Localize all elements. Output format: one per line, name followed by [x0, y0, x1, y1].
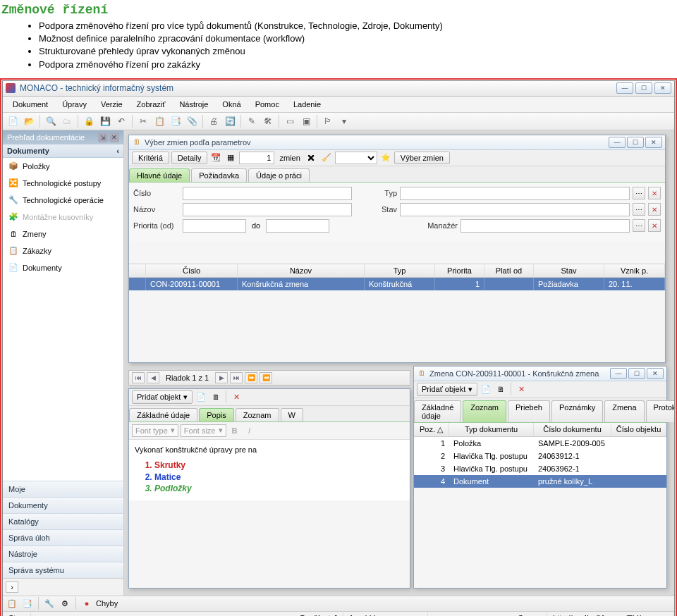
- accordion-katalogy[interactable]: Katalógy: [3, 513, 123, 529]
- editor-body[interactable]: Vykonať konštrukčné úpravy pre na Skrutk…: [129, 440, 410, 500]
- pridat-objekt-button[interactable]: Pridať objekt▾: [132, 390, 193, 404]
- star-icon[interactable]: ⭐: [379, 152, 392, 164]
- manazer-lookup-button[interactable]: ⋯: [633, 219, 645, 232]
- col-poz[interactable]: Poz. △: [414, 423, 449, 436]
- tab-zakladne-udaje[interactable]: Základné údaje: [414, 400, 461, 422]
- detaily-button[interactable]: Detaily: [171, 152, 208, 164]
- paste-special-icon[interactable]: 📎: [185, 114, 199, 128]
- accordion-moje[interactable]: Moje: [3, 481, 123, 497]
- cislo-input[interactable]: [183, 187, 352, 200]
- stav-clear-button[interactable]: ✕: [648, 203, 661, 216]
- vyber-zmien-button[interactable]: Výber zmien: [394, 152, 450, 164]
- tool1-icon[interactable]: ✎: [245, 114, 259, 128]
- search-icon[interactable]: 🔍: [44, 114, 58, 128]
- typ-lookup-button[interactable]: ⋯: [633, 187, 645, 199]
- status-icon2[interactable]: 📑: [21, 597, 34, 610]
- sidebar-item-dokumenty[interactable]: 📄Dokumenty: [3, 259, 123, 276]
- col-priorita[interactable]: Priorita: [435, 264, 484, 277]
- tool-icon2[interactable]: 🗎: [209, 390, 222, 403]
- tool-icon[interactable]: 📄: [195, 390, 207, 403]
- error-icon[interactable]: ●: [80, 597, 93, 610]
- status-icon4[interactable]: ⚙: [59, 597, 71, 610]
- tab-zoznam[interactable]: Zoznam: [236, 408, 279, 421]
- minimize-button[interactable]: —: [616, 82, 633, 94]
- tab-zakladne-udaje[interactable]: Základné údaje: [129, 408, 197, 421]
- win-close-button[interactable]: ✕: [647, 368, 664, 379]
- accordion-dokumenty[interactable]: Dokumenty: [3, 497, 123, 513]
- kriteria-button[interactable]: Kritériá: [132, 152, 169, 164]
- win-close-button[interactable]: ✕: [645, 137, 662, 148]
- remove-filter-icon[interactable]: 🗙: [305, 152, 318, 164]
- sidebar-pin-icon[interactable]: ⇲: [98, 133, 108, 142]
- col-stav[interactable]: Stav: [534, 264, 604, 277]
- col-blank[interactable]: [129, 264, 146, 277]
- sidebar-item-operacie[interactable]: 🔧Technologické operácie: [3, 192, 123, 209]
- tab-hlavne-udaje[interactable]: Hlavné údaje: [129, 168, 190, 182]
- paste-icon[interactable]: 📑: [169, 114, 183, 128]
- win-max-button[interactable]: ☐: [627, 137, 644, 148]
- col-cislo-objektu[interactable]: Číslo objektu: [611, 423, 666, 436]
- open-icon[interactable]: 📂: [22, 114, 36, 128]
- priorita-od-input[interactable]: [183, 219, 246, 233]
- save-icon[interactable]: 💾: [98, 114, 112, 128]
- stav-input[interactable]: [400, 203, 630, 216]
- delete-icon[interactable]: ✕: [515, 383, 527, 395]
- pager-first-button[interactable]: ⏮: [132, 372, 145, 383]
- font-type-combo[interactable]: Font type▾: [132, 424, 178, 437]
- sidebar-section-dokumenty[interactable]: Dokumenty ‹: [3, 144, 123, 158]
- collapse-icon[interactable]: ‹: [116, 147, 119, 155]
- filter-select[interactable]: [335, 152, 377, 164]
- menu-verzie[interactable]: Verzie: [94, 98, 130, 111]
- chyby-label[interactable]: Chyby: [96, 599, 118, 608]
- calendar-icon[interactable]: 📆: [209, 152, 222, 164]
- flag-icon[interactable]: 🏳: [321, 114, 335, 128]
- lock-icon[interactable]: 🔒: [82, 114, 96, 128]
- tab-priebeh[interactable]: Priebeh: [508, 400, 550, 422]
- tab-popis[interactable]: Popis: [199, 408, 234, 421]
- menu-dokument[interactable]: Dokument: [6, 98, 55, 111]
- typ-input[interactable]: [400, 187, 630, 200]
- pager-next-button[interactable]: ▶: [215, 372, 228, 383]
- window1-icon[interactable]: ▭: [283, 114, 297, 128]
- cut-icon[interactable]: ✂: [136, 114, 150, 128]
- close-button[interactable]: ✕: [654, 82, 671, 94]
- filter-icon[interactable]: 🗂: [60, 114, 74, 128]
- col-cislo-dokumentu[interactable]: Číslo dokumentu: [534, 423, 611, 436]
- priorita-do-input[interactable]: [266, 219, 329, 233]
- pager-fastfwd-button[interactable]: ⏩: [245, 372, 257, 383]
- sidebar-item-zmeny[interactable]: 🗓Zmeny: [3, 226, 123, 242]
- bold-button[interactable]: B: [228, 424, 241, 437]
- menu-zobrazit[interactable]: Zobraziť: [130, 98, 173, 111]
- tab-poziadavka[interactable]: Požiadavka: [191, 168, 247, 182]
- sidebar-expand-button[interactable]: ›: [6, 581, 18, 593]
- col-cislo[interactable]: Číslo: [146, 264, 238, 277]
- grid-row-selected[interactable]: CON-200911-00001 Konšrukčná zmena Konštr…: [129, 278, 665, 290]
- col-plati-od[interactable]: Platí od: [484, 264, 534, 277]
- col-nazov[interactable]: Názov: [238, 264, 365, 277]
- menu-okna[interactable]: Okná: [215, 98, 248, 111]
- pager-rewind-button[interactable]: ⏪: [260, 372, 272, 383]
- tab-protokol[interactable]: Protokol: [646, 400, 674, 422]
- grid-icon[interactable]: ▦: [224, 152, 237, 164]
- tab-zmena[interactable]: Zmena: [604, 400, 644, 422]
- window2-icon[interactable]: ▣: [299, 114, 313, 128]
- status-icon3[interactable]: 🔧: [43, 597, 56, 610]
- sidebar-close-icon[interactable]: ✕: [109, 133, 119, 142]
- stav-lookup-button[interactable]: ⋯: [633, 203, 645, 216]
- tab-w[interactable]: W: [281, 408, 303, 421]
- typ-clear-button[interactable]: ✕: [648, 187, 661, 199]
- manazer-input[interactable]: [461, 219, 630, 233]
- menu-ladenie[interactable]: Ladenie: [286, 98, 328, 111]
- sidebar-item-postupy[interactable]: 🔀Technologické postupy: [3, 175, 123, 192]
- tool2-icon[interactable]: 🛠: [261, 114, 275, 128]
- win-min-button[interactable]: —: [609, 137, 626, 148]
- col-vznik[interactable]: Vznik p.: [604, 264, 665, 277]
- dropdown-icon[interactable]: ▾: [337, 114, 351, 128]
- menu-nastroje[interactable]: Nástroje: [172, 98, 215, 111]
- win-min-button[interactable]: —: [610, 368, 627, 379]
- font-size-combo[interactable]: Font size▾: [181, 424, 226, 437]
- tab-poznamky[interactable]: Poznámky: [551, 400, 603, 422]
- accordion-nastroje[interactable]: Nástroje: [3, 546, 123, 562]
- pridat-objekt-button[interactable]: Pridať objekt▾: [417, 383, 477, 396]
- tab-udaje-o-praci[interactable]: Údaje o práci: [248, 168, 310, 182]
